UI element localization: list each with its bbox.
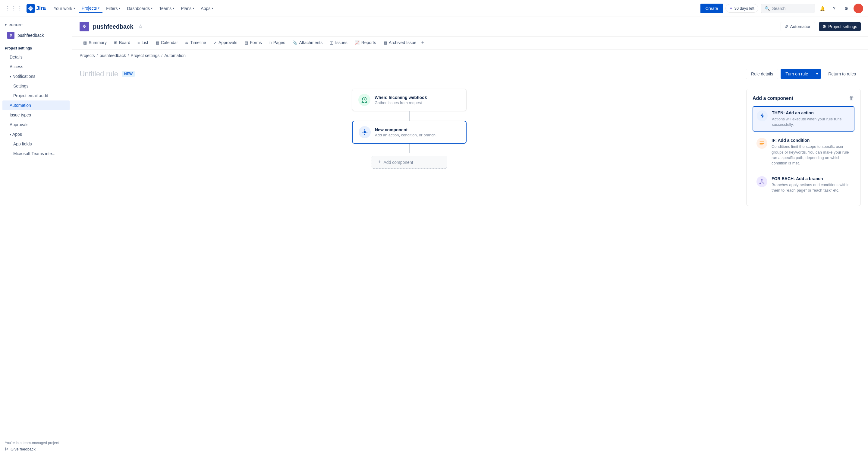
tabs-bar: ▦ Summary ⊞ Board ≡ List ▦ Calendar ≋ Ti… <box>72 36 868 50</box>
sidebar-item-approvals[interactable]: Approvals <box>2 120 70 130</box>
give-feedback-button[interactable]: 🏳 Give feedback <box>5 447 67 451</box>
svg-point-2 <box>364 131 366 133</box>
breadcrumb-project[interactable]: pushfeedback <box>99 53 126 58</box>
branch-option-content: FOR EACH: Add a branch Branches apply ac… <box>772 176 850 193</box>
tab-timeline[interactable]: ≋ Timeline <box>181 36 210 49</box>
action-icon <box>757 110 768 121</box>
sidebar-item-apps[interactable]: ▾ Apps <box>2 130 70 139</box>
help-button[interactable]: ? <box>830 4 839 13</box>
trial-button[interactable]: ✦ 30 days left <box>725 4 758 13</box>
action-option-content: THEN: Add an action Actions will execute… <box>772 110 850 127</box>
attachments-icon: 📎 <box>292 40 297 45</box>
star-icon[interactable]: ☆ <box>138 23 143 30</box>
automation-button[interactable]: ↺ Automation <box>781 22 815 31</box>
add-tab-button[interactable]: + <box>420 37 426 49</box>
summary-icon: ▦ <box>83 40 87 45</box>
tab-attachments[interactable]: 📎 Attachments <box>289 36 326 49</box>
tab-approvals[interactable]: ↗ Approvals <box>210 36 241 49</box>
issues-icon: ◫ <box>330 40 333 45</box>
nav-your-work[interactable]: Your work ▾ <box>51 4 78 13</box>
tab-pages[interactable]: □ Pages <box>266 36 289 49</box>
trial-icon: ✦ <box>730 6 733 10</box>
sidebar-item-access[interactable]: Access <box>2 62 70 72</box>
flow-area: When: Incoming webhook Gather issues fro… <box>80 89 861 206</box>
nav-dashboards[interactable]: Dashboards ▾ <box>124 4 156 13</box>
sidebar-item-notifications[interactable]: ▾ Notifications <box>2 72 70 81</box>
sidebar-item-app-fields[interactable]: App fields <box>2 139 70 149</box>
return-to-rules-button[interactable]: Return to rules <box>824 69 861 79</box>
filters-chevron: ▾ <box>119 7 120 10</box>
turn-on-chevron[interactable]: ▾ <box>813 69 821 79</box>
plans-chevron: ▾ <box>193 7 194 10</box>
settings-gear-icon: ⚙ <box>823 24 827 29</box>
rule-header: Untitled rule NEW Rule details Turn on r… <box>80 69 861 79</box>
list-icon: ≡ <box>137 40 140 45</box>
grid-icon[interactable]: ⋮⋮⋮ <box>5 5 23 12</box>
component-option-branch[interactable]: FOR EACH: Add a branch Branches apply ac… <box>752 172 855 197</box>
project-settings-button[interactable]: ⚙ Project settings <box>819 22 861 31</box>
sidebar-recent-header[interactable]: ▾ RECENT <box>0 22 72 28</box>
svg-point-5 <box>763 183 764 184</box>
new-component-node[interactable]: New component Add an action, condition, … <box>352 121 467 144</box>
search-bar[interactable]: 🔍 Search <box>761 4 815 13</box>
pages-icon: □ <box>269 40 272 45</box>
project-icon <box>7 32 14 39</box>
notifications-button[interactable]: 🔔 <box>817 4 827 13</box>
main-content: pushfeedback ☆ ↺ Automation ⚙ Project se… <box>72 17 868 455</box>
add-component-button[interactable]: + Add component <box>372 156 447 169</box>
avatar[interactable] <box>854 4 863 13</box>
projects-chevron: ▾ <box>98 6 99 10</box>
condition-icon <box>756 138 767 149</box>
tab-board[interactable]: ⊞ Board <box>110 36 134 49</box>
flow-canvas: When: Incoming webhook Gather issues fro… <box>80 89 739 169</box>
component-option-condition[interactable]: IF: Add a condition Conditions limit the… <box>752 134 855 170</box>
project-header: pushfeedback ☆ ↺ Automation ⚙ Project se… <box>72 17 868 36</box>
archived-icon: ▦ <box>383 40 387 45</box>
sidebar-item-email-audit[interactable]: Project email audit <box>2 91 70 101</box>
sidebar-item-details[interactable]: Details <box>2 52 70 62</box>
sidebar-item-settings[interactable]: Settings <box>2 81 70 91</box>
delete-icon[interactable]: 🗑 <box>849 95 855 102</box>
apps-chevron: ▾ <box>10 133 11 136</box>
flow-connector-1 <box>409 111 410 121</box>
nav-filters[interactable]: Filters ▾ <box>103 4 123 13</box>
teams-chevron: ▾ <box>173 7 174 10</box>
turn-on-button[interactable]: Turn on rule <box>781 69 813 79</box>
nav-items: Your work ▾ Projects ▾ Filters ▾ Dashboa… <box>51 4 216 13</box>
tab-reports[interactable]: 📈 Reports <box>351 36 380 49</box>
tab-archived-issue[interactable]: ▦ Archived Issue <box>380 36 420 49</box>
breadcrumb-projects[interactable]: Projects <box>80 53 95 58</box>
nav-apps[interactable]: Apps ▾ <box>198 4 216 13</box>
tab-summary[interactable]: ▦ Summary <box>80 36 110 49</box>
tab-calendar[interactable]: ▦ Calendar <box>152 36 182 49</box>
component-option-action[interactable]: THEN: Add an action Actions will execute… <box>752 106 855 132</box>
nav-plans[interactable]: Plans ▾ <box>178 4 197 13</box>
sidebar-item-issue-types[interactable]: Issue types <box>2 110 70 120</box>
tab-forms[interactable]: ▤ Forms <box>241 36 266 49</box>
dashboards-chevron: ▾ <box>151 7 153 10</box>
automation-icon: ↺ <box>784 24 788 29</box>
forms-icon: ▤ <box>244 40 248 45</box>
sidebar-project-item[interactable]: pushfeedback <box>2 29 70 41</box>
sidebar: ▾ RECENT pushfeedback Project settings D… <box>0 17 72 455</box>
sidebar-item-ms-teams[interactable]: Microsoft Teams inte... <box>2 149 70 159</box>
jira-logo[interactable]: Jira <box>27 4 46 13</box>
new-component-content: New component Add an action, condition, … <box>375 127 437 137</box>
nav-teams[interactable]: Teams ▾ <box>156 4 177 13</box>
breadcrumb-current: Automation <box>164 53 186 58</box>
create-button[interactable]: Create <box>701 4 723 13</box>
trigger-node[interactable]: When: Incoming webhook Gather issues fro… <box>352 89 467 111</box>
settings-button[interactable]: ⚙ <box>841 4 851 13</box>
branch-icon <box>756 176 767 187</box>
add-icon: + <box>378 159 381 165</box>
tab-list[interactable]: ≡ List <box>134 36 152 49</box>
layout: ▾ RECENT pushfeedback Project settings D… <box>0 17 868 455</box>
tab-issues[interactable]: ◫ Issues <box>326 36 351 49</box>
panel-title: Add a component <box>752 96 793 101</box>
nav-projects[interactable]: Projects ▾ <box>79 4 103 13</box>
breadcrumb-settings[interactable]: Project settings <box>131 53 160 58</box>
timeline-icon: ≋ <box>185 40 188 45</box>
rule-details-button[interactable]: Rule details <box>746 69 778 79</box>
reports-icon: 📈 <box>355 40 360 45</box>
sidebar-item-automation[interactable]: Automation <box>2 101 70 110</box>
